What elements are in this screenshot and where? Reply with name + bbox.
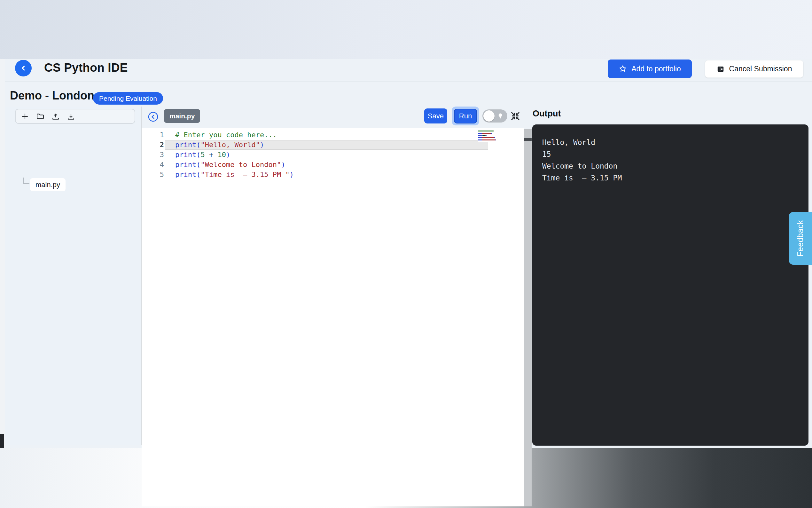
line-number: 3	[142, 150, 164, 160]
star-icon	[619, 65, 627, 73]
minimap-line	[478, 130, 499, 132]
output-console: Hello, World15Welcome to LondonTime is –…	[532, 124, 809, 446]
ide-app: CS Python IDE Add to portfolio Cancel Su…	[0, 59, 812, 448]
save-button[interactable]: Save	[424, 109, 447, 124]
code-text: print("Welcome to London")	[175, 160, 285, 170]
book-icon	[716, 65, 725, 73]
collapse-sidebar-button[interactable]	[147, 110, 160, 123]
code-text: print(5 + 10)	[175, 150, 230, 160]
project-title: Demo - London	[10, 89, 94, 102]
code-lines: 1# Enter you code here...2print("Hello, …	[142, 130, 524, 179]
output-label: Output	[533, 109, 561, 119]
feedback-label: Feedback	[796, 220, 805, 257]
editor-toolbar: main.py Save Run	[142, 107, 532, 128]
tree-branch-line	[23, 177, 30, 184]
minimap-line	[478, 137, 499, 139]
line-number: 1	[142, 130, 164, 140]
status-badge: Pending Evaluation	[93, 92, 163, 104]
collapse-arrows-icon[interactable]	[510, 110, 523, 123]
run-button[interactable]: Run	[454, 109, 477, 124]
page-title: CS Python IDE	[44, 61, 128, 75]
code-text: # Enter you code here...	[175, 130, 277, 140]
left-edge-strip	[0, 59, 5, 448]
left-edge-dark-chip	[0, 434, 4, 448]
scrollbar-thumb-edge	[524, 138, 532, 141]
output-line: Welcome to London	[542, 160, 809, 172]
toggle-knob	[483, 110, 494, 122]
code-text: print("Time is – 3.15 PM ")	[175, 170, 294, 179]
line-number: 2	[142, 140, 164, 150]
file-tree-toolbar	[15, 109, 135, 124]
back-button[interactable]	[15, 60, 32, 77]
tree-item-main-py[interactable]: main.py	[30, 178, 65, 191]
new-file-plus-icon[interactable]	[20, 112, 30, 121]
line-number: 5	[142, 170, 164, 179]
tab-main-py[interactable]: main.py	[164, 109, 200, 123]
code-text: print("Hello, World")	[175, 140, 264, 150]
editor-scrollbar[interactable]	[524, 129, 532, 506]
folder-icon[interactable]	[36, 112, 45, 121]
line-number: 4	[142, 160, 164, 170]
code-line[interactable]: 3print(5 + 10)	[142, 150, 524, 160]
run-button-focus-ring: Run	[452, 107, 479, 125]
cancel-submission-button[interactable]: Cancel Submission	[705, 60, 803, 78]
add-to-portfolio-button[interactable]: Add to portfolio	[608, 59, 692, 78]
output-line: Time is – 3.15 PM	[542, 172, 809, 184]
code-line[interactable]: 1# Enter you code here...	[142, 130, 524, 140]
code-line[interactable]: 5print("Time is – 3.15 PM ")	[142, 170, 524, 179]
output-line: 15	[542, 149, 809, 160]
feedback-tab[interactable]: Feedback	[789, 212, 812, 265]
lightbulb-icon	[496, 112, 505, 120]
download-icon[interactable]	[66, 112, 76, 121]
page-top-gradient	[0, 0, 812, 59]
minimap-line	[478, 139, 499, 141]
code-editor[interactable]: 1# Enter you code here...2print("Hello, …	[142, 128, 524, 506]
file-tree-panel: main.py	[5, 107, 142, 444]
minimap[interactable]	[478, 129, 499, 142]
app-header: CS Python IDE Add to portfolio Cancel Su…	[5, 59, 812, 82]
code-line[interactable]: 4print("Welcome to London")	[142, 160, 524, 170]
minimap-line	[478, 132, 499, 134]
output-line: Hello, World	[542, 137, 809, 149]
add-to-portfolio-label: Add to portfolio	[631, 65, 681, 73]
minimap-line	[478, 134, 499, 137]
theme-toggle[interactable]	[482, 110, 507, 123]
chevron-left-icon	[19, 64, 28, 72]
code-line[interactable]: 2print("Hello, World")	[142, 140, 524, 150]
cancel-submission-label: Cancel Submission	[729, 65, 792, 73]
upload-icon[interactable]	[51, 112, 60, 121]
scrollbar-thumb[interactable]	[524, 129, 532, 138]
